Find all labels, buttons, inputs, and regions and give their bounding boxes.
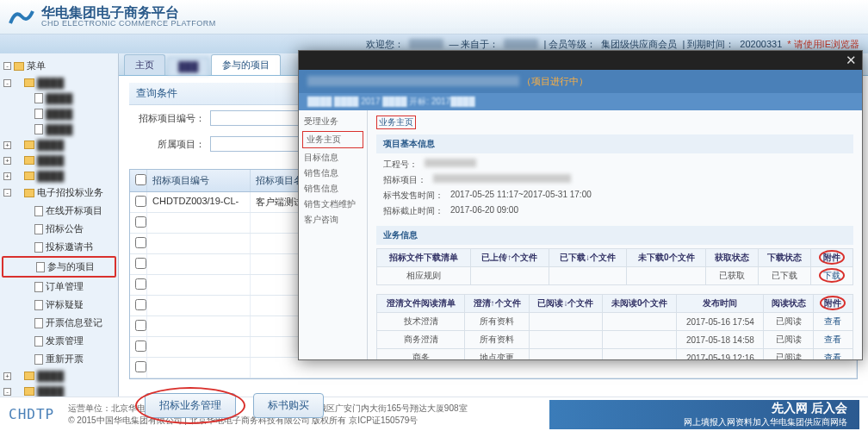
- buy-doc-button[interactable]: 标书购买: [253, 393, 324, 418]
- close-icon[interactable]: ✕: [846, 53, 857, 68]
- tab-blurred[interactable]: ███: [167, 57, 209, 75]
- tree-ebid-root[interactable]: -电子招投标业务: [2, 184, 116, 202]
- tree-ebid-participated[interactable]: 参与的项目: [2, 256, 116, 278]
- grid-check-all[interactable]: [135, 174, 146, 185]
- modal-tree-item[interactable]: 客户咨询: [301, 212, 365, 228]
- modal-tree-item[interactable]: 目标信息: [301, 150, 365, 166]
- section-basic-info: 项目基本信息: [376, 134, 853, 153]
- grid-row-check[interactable]: [135, 258, 146, 269]
- logo-icon: [9, 6, 34, 28]
- view-link[interactable]: 查看: [813, 331, 852, 349]
- browser-tip[interactable]: * 请使用IE浏览器: [787, 38, 859, 51]
- modal-tab-boxed[interactable]: 业务主页: [376, 116, 416, 129]
- tree-item-blurred[interactable]: -████: [2, 75, 116, 91]
- tab-participated[interactable]: 参与的项目: [211, 54, 281, 75]
- modal-tree: 受理业务 业务主页 目标信息 销售信息 销售信息 销售文档维护 客户咨询: [299, 110, 368, 359]
- grid-row-check[interactable]: [135, 216, 146, 228]
- download-table: 招标文件下载清单已上传↑个文件已下载↓个文件未下载0个文件获取状态下载状态附件 …: [376, 248, 853, 285]
- modal-tree-item[interactable]: 销售信息: [301, 166, 365, 181]
- tree-ebid-item[interactable]: 评标疑疑: [2, 296, 116, 314]
- field-bid-num-label: 招标项目编号：: [136, 112, 205, 125]
- app-header: 华电集团电子商务平台 CHD ELECTRONIC COMMERCE PLATF…: [0, 0, 868, 34]
- user-name-blurred: [409, 39, 443, 49]
- modal-title: x （项目进行中）: [299, 70, 862, 93]
- table-row[interactable]: 商务澄清所有资料2017-05-18 14:58已阅读查看: [377, 331, 853, 349]
- manage-bid-button[interactable]: 招标业务管理: [145, 393, 236, 418]
- tree-ebid-item[interactable]: 投标邀请书: [2, 238, 116, 256]
- tree-item-blurred[interactable]: -████: [2, 384, 116, 397]
- tree-ebid-item[interactable]: 重新开票: [2, 350, 116, 368]
- tree-ebid-item[interactable]: 订单管理: [2, 278, 116, 296]
- grid-row-check[interactable]: [135, 299, 146, 310]
- tree-root-menu[interactable]: -菜单: [2, 57, 116, 75]
- grid-row-check[interactable]: [135, 361, 146, 372]
- tree-item-blurred[interactable]: ████: [2, 122, 116, 137]
- detail-modal: ✕ x （项目进行中） ████ ████ 2017 ████ 开标: 2017…: [298, 50, 863, 360]
- tree-item-blurred[interactable]: +████: [2, 137, 116, 153]
- table-row[interactable]: 商务地点变更2017-05-19 12:16已阅读查看: [377, 349, 853, 360]
- tree-ebid-item[interactable]: 招标公告: [2, 220, 116, 238]
- modal-tree-item-boxed[interactable]: 业务主页: [302, 131, 363, 148]
- member-level: 集团级供应商会员: [601, 38, 677, 51]
- table-row[interactable]: 相应规则已获取已下载下载: [377, 267, 853, 285]
- clarify-table: 澄清文件阅读清单澄清↑个文件已阅读↓个文件未阅读0个文件发布时间阅读状态附件 技…: [376, 294, 853, 359]
- logo-title-cn: 华电集团电子商务平台: [41, 5, 216, 21]
- table-row[interactable]: 技术澄清所有资料2017-05-16 17:54已阅读查看: [377, 313, 853, 331]
- expire-value: 20200331: [740, 39, 782, 49]
- member-label: | 会员等级：: [543, 38, 596, 51]
- grid-row-check[interactable]: [135, 237, 146, 248]
- expire-label: | 到期时间：: [682, 38, 735, 51]
- modal-subinfo: ████ ████ 2017 ████ 开标: 2017████: [299, 93, 862, 110]
- grid-cell-num: CHDTDZ003/19-CL-: [147, 192, 251, 212]
- view-link[interactable]: 查看: [813, 349, 852, 360]
- tree-item-blurred[interactable]: +████: [2, 168, 116, 184]
- modal-tree-item[interactable]: 销售文档维护: [301, 197, 365, 212]
- tree-ebid-item[interactable]: 在线开标项目: [2, 202, 116, 220]
- grid-row-check[interactable]: [135, 196, 146, 207]
- sidebar-tree[interactable]: -菜单 -████ ████ ████ ████ +████ +████ +██…: [0, 53, 119, 397]
- tab-main[interactable]: 主页: [124, 54, 165, 75]
- tree-item-blurred[interactable]: ████: [2, 91, 116, 106]
- from-label: — 来自于：: [449, 38, 499, 51]
- tree-item-blurred[interactable]: +████: [2, 368, 116, 384]
- modal-tree-item[interactable]: 销售信息: [301, 181, 365, 197]
- download-link[interactable]: 下载: [819, 268, 845, 283]
- section-biz-info: 业务信息: [376, 226, 853, 245]
- modal-tree-item[interactable]: 受理业务: [301, 114, 365, 129]
- grid-row-check[interactable]: [135, 278, 146, 290]
- chdtp-logo: CHDTP: [9, 406, 54, 422]
- grid-row-check[interactable]: [135, 340, 146, 352]
- modal-title-status: （项目进行中）: [522, 76, 588, 86]
- from-value-blurred: [504, 39, 538, 49]
- welcome-label: 欢迎您：: [366, 38, 404, 51]
- tree-item-blurred[interactable]: +████: [2, 153, 116, 168]
- tree-ebid-item[interactable]: 发票管理: [2, 332, 116, 350]
- logo-title-en: CHD ELECTRONIC COMMERCE PLATFORM: [41, 20, 216, 28]
- tree-item-blurred[interactable]: ████: [2, 106, 116, 122]
- grid-row-check[interactable]: [135, 320, 146, 331]
- grid-col-num: 招标项目编号: [147, 170, 251, 191]
- tree-ebid-item[interactable]: 开票信息登记: [2, 314, 116, 332]
- view-link[interactable]: 查看: [813, 313, 852, 331]
- field-project-label: 所属项目：: [136, 138, 205, 151]
